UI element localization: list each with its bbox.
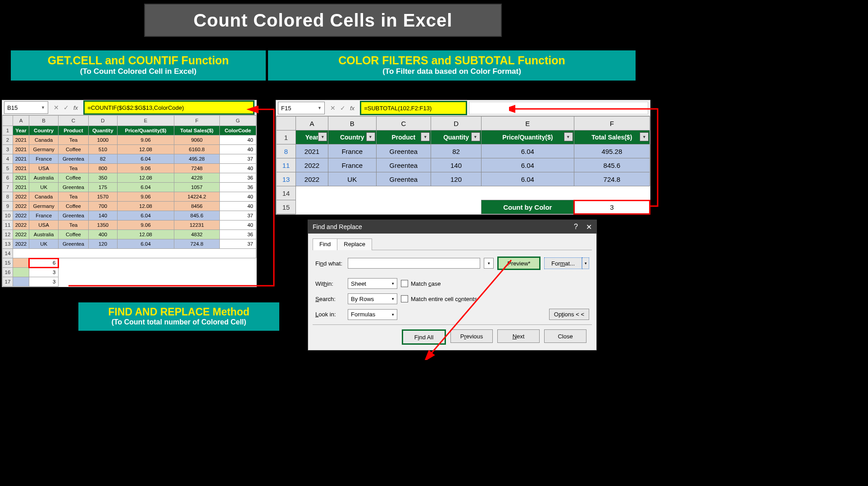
cell[interactable]: 2021 — [296, 144, 328, 158]
cell[interactable]: 9.06 — [117, 220, 174, 230]
cell[interactable]: France — [328, 158, 377, 172]
find-all-button[interactable]: Find All — [402, 329, 446, 345]
cell[interactable]: 9.06 — [117, 192, 174, 202]
row-header[interactable]: 15 — [277, 200, 296, 214]
cell[interactable]: USA — [29, 164, 58, 173]
tab-replace[interactable]: Replace — [337, 238, 372, 250]
grid-left[interactable]: A B C D E F G 1 Year Country Product Qua… — [2, 115, 256, 287]
row-header[interactable]: 3 — [3, 145, 13, 154]
cell[interactable]: Coffee — [59, 202, 88, 211]
select-all-cell[interactable] — [277, 117, 296, 130]
row-header[interactable]: 14 — [3, 249, 13, 258]
cancel-icon[interactable]: ✕ — [330, 104, 336, 112]
cell[interactable]: France — [29, 154, 58, 164]
cell[interactable]: 9.06 — [117, 135, 174, 145]
cell[interactable]: 2022 — [13, 192, 29, 202]
table-header-cell[interactable]: Price/Quantity($)▾ — [481, 130, 574, 144]
col-header[interactable]: F — [174, 116, 219, 126]
cell[interactable]: France — [29, 211, 58, 220]
table-header-cell[interactable]: Quantity — [88, 126, 117, 135]
cell[interactable]: Coffee — [59, 173, 88, 183]
filter-button[interactable]: ▾ — [564, 132, 573, 141]
cell[interactable]: 40 — [220, 145, 256, 154]
table-header-cell[interactable]: Total Sales($) — [174, 126, 219, 135]
cell[interactable]: 400 — [88, 230, 117, 239]
find-what-dropdown[interactable]: ▾ — [484, 258, 494, 269]
format-button[interactable]: Format... — [544, 257, 582, 269]
cell[interactable]: Australia — [29, 230, 58, 239]
row-header[interactable]: 15 — [3, 258, 13, 268]
cell[interactable]: 120 — [88, 239, 117, 249]
cell[interactable]: 2021 — [13, 173, 29, 183]
search-select[interactable]: By Rows▾ — [348, 293, 397, 304]
cell[interactable]: 2021 — [13, 145, 29, 154]
cell[interactable]: 120 — [431, 172, 482, 186]
cell[interactable]: 175 — [88, 183, 117, 192]
cell[interactable]: 3 — [29, 277, 58, 287]
row-header[interactable]: 1 — [277, 130, 296, 144]
col-header[interactable]: C — [376, 117, 431, 130]
filter-button[interactable]: ▾ — [318, 132, 327, 141]
cell[interactable]: 700 — [88, 202, 117, 211]
cell[interactable]: 2022 — [13, 230, 29, 239]
cell[interactable]: 845.6 — [574, 158, 650, 172]
cell[interactable]: 2021 — [13, 183, 29, 192]
cell[interactable]: 495.28 — [174, 154, 219, 164]
row-header[interactable]: 2 — [3, 135, 13, 145]
filter-button[interactable]: ▾ — [640, 132, 649, 141]
cell[interactable]: 3 — [29, 268, 58, 277]
cell[interactable]: Greentea — [376, 158, 431, 172]
row-header[interactable]: 11 — [277, 158, 296, 172]
col-header[interactable]: B — [328, 117, 377, 130]
col-header[interactable]: D — [431, 117, 482, 130]
cell[interactable]: 2021 — [13, 135, 29, 145]
cell[interactable]: Tea — [59, 135, 88, 145]
cell[interactable]: 36 — [220, 230, 256, 239]
cell[interactable]: Canada — [29, 192, 58, 202]
cell[interactable]: UK — [29, 239, 58, 249]
row-header[interactable]: 1 — [3, 126, 13, 135]
cell[interactable]: 2022 — [13, 202, 29, 211]
count-result-cell[interactable]: 3 — [574, 200, 650, 214]
cell[interactable]: 495.28 — [574, 144, 650, 158]
cell[interactable]: 2022 — [296, 172, 328, 186]
row-header[interactable]: 11 — [3, 220, 13, 230]
cell[interactable]: Greentea — [59, 211, 88, 220]
cell[interactable]: 2022 — [296, 158, 328, 172]
select-all-cell[interactable] — [3, 116, 13, 126]
col-header[interactable]: A — [13, 116, 29, 126]
row-header[interactable]: 13 — [3, 239, 13, 249]
help-icon[interactable]: ? — [574, 223, 578, 231]
cell[interactable]: 6.04 — [117, 211, 174, 220]
close-icon[interactable]: ✕ — [586, 223, 592, 231]
formula-input[interactable]: =COUNTIF($G$2:$G$13,ColorCode) — [83, 100, 254, 115]
cell[interactable]: 40 — [220, 164, 256, 173]
within-select[interactable]: Sheet▾ — [348, 278, 397, 289]
cell[interactable]: 6160.8 — [174, 145, 219, 154]
cell[interactable]: Australia — [29, 173, 58, 183]
cell[interactable]: Coffee — [59, 145, 88, 154]
row-header[interactable]: 5 — [3, 164, 13, 173]
cell[interactable] — [296, 186, 650, 200]
filter-button[interactable]: ▾ — [421, 132, 430, 141]
cell[interactable]: 6.04 — [481, 158, 574, 172]
cell[interactable]: 724.8 — [174, 239, 219, 249]
cell[interactable]: Canada — [29, 135, 58, 145]
table-header-cell[interactable]: Quantity▾ — [431, 130, 482, 144]
table-header-cell[interactable]: Country▾ — [328, 130, 377, 144]
result-cell[interactable]: 6 — [29, 258, 58, 268]
cell[interactable]: 1350 — [88, 220, 117, 230]
next-button[interactable]: Next — [497, 329, 540, 343]
cell[interactable]: Coffee — [59, 230, 88, 239]
row-header[interactable]: 10 — [3, 211, 13, 220]
cell[interactable] — [13, 249, 256, 258]
cell[interactable]: 37 — [220, 211, 256, 220]
cell[interactable]: 724.8 — [574, 172, 650, 186]
match-case-checkbox[interactable]: Match case — [401, 280, 441, 287]
formula-input[interactable]: =SUBTOTAL(102,F2:F13) — [360, 101, 467, 115]
row-header[interactable]: 9 — [3, 202, 13, 211]
cell[interactable]: 14224.2 — [174, 192, 219, 202]
row-header[interactable]: 4 — [3, 154, 13, 164]
check-icon[interactable]: ✓ — [340, 104, 345, 112]
cell[interactable]: 7248 — [174, 164, 219, 173]
